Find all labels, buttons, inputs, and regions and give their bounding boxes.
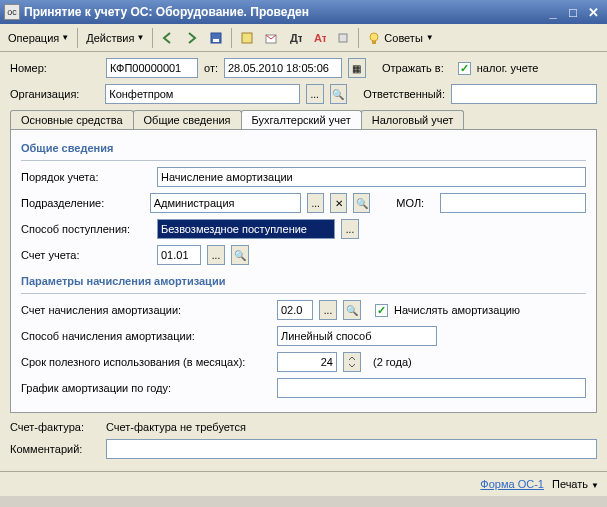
resp-field[interactable] (451, 84, 597, 104)
tab-osnovnye[interactable]: Основные средства (10, 110, 134, 129)
tool-button-4[interactable]: Ат (308, 27, 330, 49)
org-field[interactable] (105, 84, 299, 104)
tab-obschie[interactable]: Общие сведения (133, 110, 242, 129)
sovety-button[interactable]: Советы ▼ (363, 29, 437, 47)
tabs: Основные средства Общие сведения Бухгалт… (10, 110, 597, 129)
sposob-label: Способ поступления: (21, 223, 151, 235)
svg-text:Дт: Дт (290, 32, 302, 44)
lightbulb-icon (367, 31, 381, 45)
tab-bukh[interactable]: Бухгалтерский учет (241, 110, 362, 129)
tool-button-5[interactable] (332, 27, 354, 49)
separator (231, 28, 232, 48)
podrazd-clear-button[interactable]: ✕ (330, 193, 347, 213)
actions-label: Действия (86, 32, 134, 44)
toolbar: Операция ▼ Действия ▼ Дт Ат Советы ▼ (0, 24, 607, 52)
srok-spinner-button[interactable] (343, 352, 361, 372)
podrazd-select-button[interactable]: ... (307, 193, 324, 213)
sf-label: Счет-фактура: (10, 421, 100, 433)
nachislyat-label: Начислять амортизацию (394, 304, 520, 316)
operation-menu[interactable]: Операция ▼ (4, 30, 73, 46)
back-button[interactable] (157, 27, 179, 49)
tab-panel: Общие сведения Порядок учета: Подразделе… (10, 129, 597, 413)
grafik-field[interactable] (277, 378, 586, 398)
separator (152, 28, 153, 48)
schet-field[interactable] (157, 245, 201, 265)
print-label: Печать (552, 478, 588, 490)
minimize-button[interactable]: _ (543, 3, 563, 21)
actions-menu[interactable]: Действия ▼ (82, 30, 148, 46)
mol-field[interactable] (440, 193, 586, 213)
mol-label: МОЛ: (396, 197, 434, 209)
tool-button-1[interactable] (236, 27, 258, 49)
podrazd-search-button[interactable]: 🔍 (353, 193, 370, 213)
sposob-field[interactable] (157, 219, 335, 239)
forma-link[interactable]: Форма ОС-1 (476, 476, 548, 492)
date-field[interactable] (224, 58, 342, 78)
app-icon: ос (4, 4, 20, 20)
resp-label: Ответственный: (363, 88, 445, 100)
sf-value: Счет-фактура не требуется (106, 421, 246, 433)
chevron-down-icon: ▼ (591, 481, 599, 490)
tool-button-3[interactable]: Дт (284, 27, 306, 49)
poryadok-label: Порядок учета: (21, 171, 151, 183)
org-search-button[interactable]: 🔍 (330, 84, 348, 104)
print-menu[interactable]: Печать ▼ (552, 478, 599, 490)
nachislyat-checkbox[interactable] (375, 304, 388, 317)
section-divider (21, 293, 586, 294)
sovety-label: Советы (384, 32, 422, 44)
grafik-label: График амортизации по году: (21, 382, 271, 394)
nalog-checkbox[interactable] (458, 62, 471, 75)
sposob-nach-field[interactable] (277, 326, 437, 346)
number-field[interactable] (106, 58, 198, 78)
date-picker-button[interactable]: ▦ (348, 58, 366, 78)
poryadok-field[interactable] (157, 167, 586, 187)
svg-text:Ат: Ат (314, 32, 326, 44)
separator (358, 28, 359, 48)
sposob-select-button[interactable]: ... (341, 219, 359, 239)
ot-label: от: (204, 62, 218, 74)
window-title: Принятие к учету ОС: Оборудование. Прове… (24, 5, 543, 19)
chevron-down-icon: ▼ (61, 33, 69, 42)
operation-label: Операция (8, 32, 59, 44)
srok-label: Срок полезного использования (в месяцах)… (21, 356, 271, 368)
footer: Форма ОС-1 Печать ▼ (0, 471, 607, 496)
podrazd-label: Подразделение: (21, 197, 144, 209)
svg-rect-1 (213, 39, 219, 42)
schet-nach-label: Счет начисления амортизации: (21, 304, 271, 316)
tool-button-2[interactable] (260, 27, 282, 49)
titlebar: ос Принятие к учету ОС: Оборудование. Пр… (0, 0, 607, 24)
svg-rect-8 (372, 41, 376, 44)
number-label: Номер: (10, 62, 100, 74)
separator (77, 28, 78, 48)
schet-label: Счет учета: (21, 249, 151, 261)
reflect-label: Отражать в: (382, 62, 444, 74)
chevron-down-icon: ▼ (426, 33, 434, 42)
svg-rect-2 (242, 33, 252, 43)
podrazd-field[interactable] (150, 193, 301, 213)
save-button[interactable] (205, 27, 227, 49)
schet-search-button[interactable]: 🔍 (231, 245, 249, 265)
svg-point-7 (370, 33, 378, 41)
chevron-down-icon: ▼ (136, 33, 144, 42)
schet-nach-select-button[interactable]: ... (319, 300, 337, 320)
comment-label: Комментарий: (10, 443, 100, 455)
org-label: Организация: (10, 88, 99, 100)
forward-button[interactable] (181, 27, 203, 49)
section2-title: Параметры начисления амортизации (21, 275, 586, 287)
content-area: Номер: от: ▦ Отражать в: налог. учете Ор… (0, 52, 607, 471)
maximize-button[interactable]: □ (563, 3, 583, 21)
schet-nach-search-button[interactable]: 🔍 (343, 300, 361, 320)
comment-field[interactable] (106, 439, 597, 459)
srok-field[interactable] (277, 352, 337, 372)
section-divider (21, 160, 586, 161)
sposob-nach-label: Способ начисления амортизации: (21, 330, 271, 342)
close-button[interactable]: ✕ (583, 3, 603, 21)
schet-select-button[interactable]: ... (207, 245, 225, 265)
tab-nalog[interactable]: Налоговый учет (361, 110, 465, 129)
schet-nach-field[interactable] (277, 300, 313, 320)
org-select-button[interactable]: ... (306, 84, 324, 104)
svg-rect-6 (339, 34, 347, 42)
nalog-label: налог. учете (477, 62, 539, 74)
section1-title: Общие сведения (21, 142, 586, 154)
srok-hint: (2 года) (373, 356, 412, 368)
